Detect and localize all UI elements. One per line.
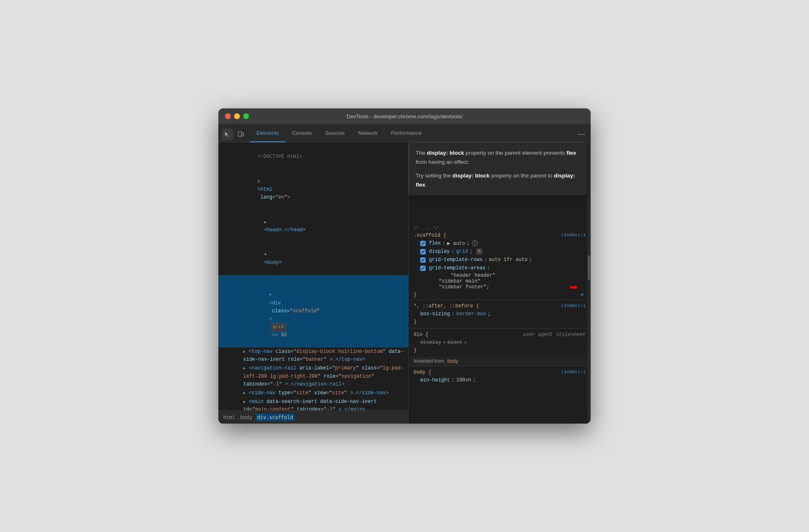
- css-prop-boxsizing: box-sizing : border-box ;: [409, 310, 591, 318]
- info-icon[interactable]: i: [472, 240, 478, 246]
- html-line[interactable]: ▶ <side-nav type="site" view="site" >…</…: [218, 389, 408, 398]
- html-line[interactable]: ▶ <head>…</head>: [218, 210, 408, 243]
- css-prop-display-block: display : block ;: [409, 338, 591, 347]
- tab-sources[interactable]: Sources: [318, 125, 352, 142]
- css-prop-grid-rows: grid-template-rows : auto 1fr auto ;: [409, 256, 591, 264]
- device-icon-button[interactable]: [235, 129, 247, 140]
- html-line[interactable]: ▼ <body>: [218, 242, 408, 275]
- html-line-selected[interactable]: ··· ▼ <div class="scaffold" > grid == $0: [218, 275, 408, 347]
- css-grid-areas-value: "header header" "sidebar main" "sidebar …: [409, 272, 591, 290]
- css-div-section: div { user agent stylesheet display : bl…: [409, 328, 591, 357]
- css-brace-add: } +: [409, 290, 591, 300]
- grid-rows-checkbox[interactable]: [420, 257, 426, 263]
- grid-icon[interactable]: ⊞: [476, 248, 483, 255]
- elements-content[interactable]: <!DOCTYPE html> ▼ <html lang="en"> ▶ <he…: [218, 142, 408, 410]
- grid-badge[interactable]: grid: [270, 323, 285, 331]
- breadcrumb-bar: html body div.scaffold: [218, 410, 408, 424]
- tab-elements[interactable]: Elements: [250, 125, 285, 142]
- css-div-selector: div { user agent stylesheet: [409, 331, 591, 338]
- html-line[interactable]: ▶ <main data-search-inert data-side-nav-…: [218, 398, 408, 410]
- breadcrumb-body[interactable]: body: [239, 414, 254, 421]
- breadcrumb-html[interactable]: html: [222, 414, 237, 421]
- tab-network[interactable]: Network: [352, 125, 385, 142]
- css-prop-display: display : grid ; ⊞: [409, 247, 591, 256]
- styles-panel[interactable]: The display: block property on the paren…: [409, 142, 591, 424]
- tabs-right: [576, 129, 587, 142]
- add-property-button[interactable]: +: [579, 291, 586, 299]
- cursor-icon-button[interactable]: [222, 129, 233, 140]
- css-prop-minheight: min-height : 100vh ;: [409, 376, 591, 384]
- css-body-selector: body { (index):1: [409, 369, 591, 376]
- css-scaffold-selector: .scaffold { (index):1: [409, 232, 591, 239]
- tab-performance[interactable]: Performance: [384, 125, 428, 142]
- html-line[interactable]: ▼ <html lang="en">: [218, 170, 408, 210]
- breadcrumb-scaffold[interactable]: div.scaffold: [256, 414, 295, 421]
- css-universal-selector: *, ::after, ::before { (index):1: [409, 302, 591, 310]
- tab-icons: [222, 129, 247, 142]
- more-tabs-button[interactable]: [576, 129, 587, 140]
- content-area: <!DOCTYPE html> ▼ <html lang="en"> ▶ <he…: [218, 142, 591, 424]
- svg-rect-1: [242, 133, 244, 136]
- grid-areas-checkbox[interactable]: [420, 266, 426, 271]
- css-prop-flex: flex : ▶ auto ; i: [409, 239, 591, 247]
- traffic-lights: [225, 113, 249, 119]
- tooltip-popup: The display: block property on the paren…: [409, 142, 586, 195]
- svg-point-5: [584, 134, 585, 135]
- tabs-bar: Elements Console Sources Network Perform…: [218, 124, 591, 142]
- close-button[interactable]: [225, 113, 231, 119]
- svg-point-4: [581, 134, 582, 135]
- html-line[interactable]: ▶ <top-nav class="display-block hairline…: [218, 347, 408, 364]
- css-body-section: body { (index):1 min-height : 100vh ;: [409, 366, 591, 387]
- title-bar: DevTools - developer.chrome.com/tags/dev…: [218, 108, 591, 124]
- devtools-container: Elements Console Sources Network Perform…: [218, 124, 591, 424]
- inherited-label: Inherited from body: [409, 357, 591, 366]
- css-prop-grid-areas: grid-template-areas :: [409, 264, 591, 272]
- css-scaffold-section: /* ... */ .scaffold { (index):1 flex : ▶…: [409, 225, 591, 300]
- elements-panel: <!DOCTYPE html> ▼ <html lang="en"> ▶ <he…: [218, 142, 409, 424]
- window-title: DevTools - developer.chrome.com/tags/dev…: [347, 113, 462, 120]
- user-agent-label: user agent stylesheet: [523, 332, 586, 338]
- maximize-button[interactable]: [243, 113, 249, 119]
- devtools-window: DevTools - developer.chrome.com/tags/dev…: [218, 108, 591, 424]
- flex-checkbox[interactable]: [420, 241, 426, 246]
- css-universal-section: *, ::after, ::before { (index):1 box-siz…: [409, 300, 591, 328]
- svg-point-3: [579, 134, 580, 135]
- display-checkbox[interactable]: [420, 249, 426, 254]
- inherited-from-body[interactable]: body: [447, 358, 458, 364]
- svg-point-2: [239, 136, 240, 136]
- tab-console[interactable]: Console: [285, 125, 318, 142]
- css-rule-header: /* ... */: [409, 225, 591, 232]
- html-line[interactable]: <!DOCTYPE html>: [218, 145, 408, 170]
- minimize-button[interactable]: [234, 113, 240, 119]
- html-line[interactable]: ▶ <navigation-rail aria-label="primary" …: [218, 364, 408, 389]
